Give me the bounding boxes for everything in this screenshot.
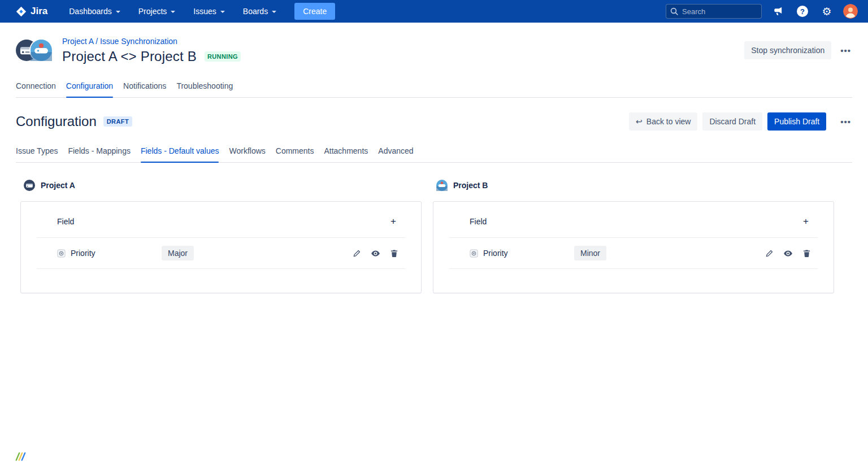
pencil-icon [765,249,774,258]
status-badge: RUNNING [205,51,241,62]
project-b-avatar-icon [436,180,448,191]
page-title: Project A <> Project B [62,49,197,64]
tab-troubleshooting[interactable]: Troubleshooting [176,81,233,97]
feedback-icon [773,6,783,16]
more-icon: ••• [840,46,851,55]
configuration-more-button[interactable]: ••• [839,115,852,129]
user-avatar-icon [843,4,858,19]
add-field-button[interactable]: + [387,215,400,227]
chevron-down-icon [272,11,276,13]
row-actions [764,247,812,259]
nav-item-boards[interactable]: Boards [243,7,276,16]
field-column-header: Field [57,217,74,226]
project-b-avatar-icon [31,40,52,61]
search-input[interactable] [666,4,762,19]
trash-icon [390,249,398,258]
field-row: Priority Major [21,238,421,268]
panel-project-b: Project B Field + Priority Minor [433,180,834,293]
nav-item-issues[interactable]: Issues [193,7,224,16]
feedback-button[interactable] [770,3,786,19]
getint-logo [15,451,26,464]
discard-draft-button[interactable]: Discard Draft [702,112,762,131]
field-column-header: Field [470,217,487,226]
trash-icon [802,249,811,258]
configuration-actions: ↩Back to view Discard Draft Publish Draf… [629,112,852,131]
draft-badge: DRAFT [103,116,132,127]
edit-field-button[interactable] [351,248,362,259]
view-field-button[interactable] [370,247,381,259]
title-block: Project A / Issue Synchronization Projec… [62,36,241,64]
subtab-fields-mappings[interactable]: Fields - Mappings [68,146,131,162]
sync-avatar-pair [16,39,54,62]
delete-field-button[interactable] [801,248,812,259]
eye-icon [783,249,793,258]
tab-connection[interactable]: Connection [16,81,56,97]
back-to-view-label: Back to view [646,117,691,126]
chevron-down-icon [171,11,175,13]
field-name-label: Priority [71,249,96,258]
nav-item-dashboards[interactable]: Dashboards [69,7,120,16]
top-navbar: Jira Dashboards Projects Issues Boards C… [0,0,868,23]
field-name: Priority [470,249,574,258]
back-to-view-button[interactable]: ↩Back to view [629,112,697,131]
add-field-button[interactable]: + [800,215,812,227]
settings-button[interactable]: ⚙ [819,3,835,19]
edit-field-button[interactable] [764,248,775,259]
row-actions [351,247,400,259]
user-avatar[interactable] [843,4,858,19]
back-arrow-icon: ↩ [636,117,643,126]
search-icon [670,7,678,15]
page-header: Project A / Issue Synchronization Projec… [0,23,868,64]
subtab-issue-types[interactable]: Issue Types [16,146,58,162]
delete-field-button[interactable] [389,248,400,259]
nav-item-projects[interactable]: Projects [138,7,176,16]
tab-configuration[interactable]: Configuration [66,81,113,97]
field-row: Priority Minor [433,238,834,268]
fields-card-header: Field + [21,202,421,237]
app-window: Jira Dashboards Projects Issues Boards C… [0,0,868,469]
default-value-chip: Minor [574,246,606,260]
publish-draft-button[interactable]: Publish Draft [767,112,826,131]
header-more-button[interactable]: ••• [839,44,852,58]
tab-notifications[interactable]: Notifications [123,81,166,97]
brand-label: Jira [31,6,47,17]
main-tabbar: Connection Configuration Notifications T… [16,81,852,98]
header-actions: Stop synchronization ••• [744,41,852,59]
field-name: Priority [57,249,162,258]
more-icon: ••• [840,117,851,127]
default-values-panels: Project A Field + Priority Major [20,180,834,293]
subtab-comments[interactable]: Comments [276,146,314,162]
field-name-label: Priority [483,249,508,258]
fields-card: Field + Priority Major [20,201,422,293]
configuration-title: Configuration [16,114,97,129]
fields-card-header: Field + [433,202,834,237]
divider [449,268,818,269]
nav-label: Dashboards [69,7,112,16]
panel-project-a-title: Project A [24,180,422,191]
breadcrumb[interactable]: Project A / Issue Synchronization [62,37,177,46]
configuration-header: Configuration DRAFT ↩Back to view Discar… [0,112,868,131]
view-field-button[interactable] [782,247,794,259]
panel-project-name: Project B [453,181,488,190]
gear-icon: ⚙ [822,6,831,17]
project-a-avatar-icon [24,180,35,191]
jira-brand[interactable]: Jira [16,6,47,17]
search-box [666,4,762,19]
subtab-attachments[interactable]: Attachments [324,146,368,162]
panel-project-name: Project A [41,181,75,190]
divider [37,268,405,269]
chevron-down-icon [220,11,225,13]
help-button[interactable]: ? [795,3,810,19]
nav-label: Projects [138,7,167,16]
subtab-workflows[interactable]: Workflows [229,146,265,162]
panel-project-b-title: Project B [436,180,834,191]
jira-logo-icon [16,6,27,17]
stop-synchronization-button[interactable]: Stop synchronization [744,41,831,59]
help-icon: ? [797,6,808,17]
nav-label: Issues [193,7,216,16]
priority-field-icon [470,249,478,258]
subtab-fields-default-values[interactable]: Fields - Default values [141,146,219,162]
subtab-advanced[interactable]: Advanced [378,146,413,162]
panel-project-a: Project A Field + Priority Major [20,180,422,293]
create-button[interactable]: Create [294,3,335,20]
